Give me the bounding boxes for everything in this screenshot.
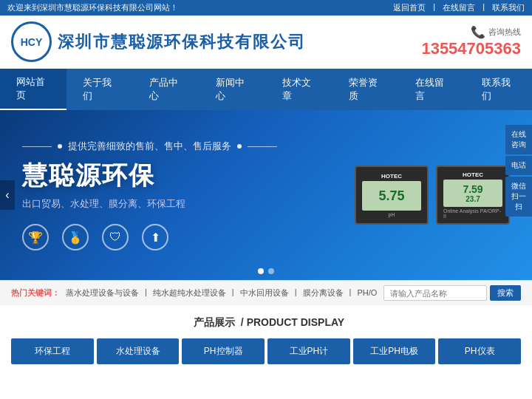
- nav-item-contact[interactable]: 联系我们: [466, 69, 532, 109]
- device1-brand: HOTEC: [381, 173, 402, 180]
- nav-item-about[interactable]: 关于我们: [66, 69, 133, 109]
- nav-item-home[interactable]: 网站首页: [0, 69, 66, 110]
- hot-keywords-bar: 热门关键词： 蒸水处理设备与设备 | 纯水超纯水处理设备 | 中水回用设备 | …: [0, 280, 532, 305]
- search-box: 搜索: [383, 285, 521, 301]
- device1-label: pH: [389, 212, 395, 217]
- hotline-label: 📞 咨询热线: [421, 25, 521, 39]
- top-bar-links: 返回首页 | 在线留言 | 联系我们: [393, 2, 525, 13]
- tab-industrial-ph[interactable]: 工业PH计: [267, 338, 350, 364]
- device1-display: 5.75: [362, 181, 421, 211]
- top-bar: 欢迎来到深圳市慧聪源环保科技有限公司网站！ 返回首页 | 在线留言 | 联系我们: [0, 0, 532, 16]
- hotline-area: 📞 咨询热线 13554705363: [421, 25, 521, 58]
- keyword-1[interactable]: 蒸水处理设备与设备: [66, 287, 139, 299]
- device-1: HOTEC 5.75 pH: [355, 166, 429, 225]
- search-button[interactable]: 搜索: [490, 285, 521, 301]
- banner-tagline: 提供完善细致的售前、售中、售后服务: [22, 140, 355, 153]
- keyword-5[interactable]: PH/ORP仪表: [357, 287, 378, 299]
- banner-title: 慧聪源环保: [22, 159, 355, 193]
- banner: ‹ 提供完善细致的售前、售中、售后服务 慧聪源环保 出口贸易、水处理、膜分离、环…: [0, 110, 532, 280]
- nav-item-products[interactable]: 产品中心: [133, 69, 200, 109]
- tab-enviro[interactable]: 环保工程: [11, 338, 94, 364]
- logo-icon: [11, 21, 52, 62]
- tab-water[interactable]: 水处理设备: [97, 338, 180, 364]
- tagline-dot2: [237, 144, 242, 149]
- device2-display: 7.59 23.7: [443, 180, 502, 207]
- banner-icon-shield: 🛡: [102, 224, 129, 250]
- banner-dot-1[interactable]: [258, 268, 264, 274]
- tab-ph-meter[interactable]: PH仪表: [438, 338, 521, 364]
- main-nav: 网站首页 关于我们 产品中心 新闻中心 技术文章 荣誉资质 在线留言 联系我们: [0, 69, 532, 110]
- banner-content-left: 提供完善细致的售前、售中、售后服务 慧聪源环保 出口贸易、水处理、膜分离、环保工…: [22, 140, 355, 250]
- header: 深圳市慧聪源环保科技有限公司 📞 咨询热线 13554705363: [0, 16, 532, 69]
- product-tabs: 环保工程 水处理设备 PH控制器 工业PH计 工业PH电极 PH仪表: [11, 338, 521, 364]
- top-link-message[interactable]: 在线留言: [443, 2, 475, 13]
- banner-devices: HOTEC 5.75 pH HOTEC 7.59 23.7 Online Ana…: [355, 166, 510, 225]
- sidebar-btn-phone[interactable]: 电话: [505, 156, 532, 175]
- product-section: 产品展示/ PRODUCT DISPLAY 环保工程 水处理设备 PH控制器 工…: [0, 305, 532, 373]
- keywords-list: 蒸水处理设备与设备 | 纯水超纯水处理设备 | 中水回用设备 | 膜分离设备 |…: [66, 287, 378, 299]
- keyword-2[interactable]: 纯水超纯水处理设备: [153, 287, 226, 299]
- banner-sidebar: 在线咨询 电话 微信扫一扫: [505, 125, 532, 216]
- device2-label: Online Analysis PA/ORP-II: [443, 208, 502, 219]
- nav-item-news[interactable]: 新闻中心: [200, 69, 266, 109]
- nav-item-honor[interactable]: 荣誉资质: [332, 69, 399, 109]
- hotline-number: 13554705363: [421, 39, 521, 58]
- top-link-contact[interactable]: 联系我们: [492, 2, 525, 13]
- nav-item-feedback[interactable]: 在线留言: [399, 69, 466, 109]
- device-2: HOTEC 7.59 23.7 Online Analysis PA/ORP-I…: [436, 166, 510, 225]
- hot-label: 热门关键词：: [11, 287, 60, 299]
- banner-dot-2[interactable]: [268, 268, 274, 274]
- top-link-home[interactable]: 返回首页: [393, 2, 426, 13]
- banner-icon-medal: 🥇: [62, 224, 89, 250]
- banner-prev-arrow[interactable]: ‹: [0, 180, 15, 210]
- nav-item-tech[interactable]: 技术文章: [266, 69, 332, 109]
- welcome-text: 欢迎来到深圳市慧聪源环保科技有限公司网站！: [7, 2, 178, 13]
- tab-ph-electrode[interactable]: 工业PH电极: [353, 338, 436, 364]
- search-input[interactable]: [383, 285, 487, 301]
- phone-icon: 📞: [471, 25, 485, 39]
- keyword-4[interactable]: 膜分离设备: [303, 287, 344, 299]
- banner-subtitle: 出口贸易、水处理、膜分离、环保工程: [22, 197, 355, 211]
- sidebar-btn-chat[interactable]: 在线咨询: [505, 125, 532, 154]
- device2-brand: HOTEC: [463, 171, 483, 178]
- company-name: 深圳市慧聪源环保科技有限公司: [58, 31, 306, 53]
- logo-area: 深圳市慧聪源环保科技有限公司: [11, 21, 306, 62]
- banner-icon-up: ⬆: [142, 224, 168, 250]
- banner-pagination: [258, 268, 274, 274]
- tagline-dot: [58, 144, 62, 149]
- keyword-3[interactable]: 中水回用设备: [240, 287, 289, 299]
- tab-ph-ctrl[interactable]: PH控制器: [182, 338, 265, 364]
- banner-icon-trophy: 🏆: [22, 224, 49, 250]
- sidebar-btn-wechat[interactable]: 微信扫一扫: [505, 177, 532, 216]
- banner-icons: 🏆 🥇 🛡 ⬆: [22, 224, 355, 250]
- section-title: 产品展示/ PRODUCT DISPLAY: [11, 314, 521, 330]
